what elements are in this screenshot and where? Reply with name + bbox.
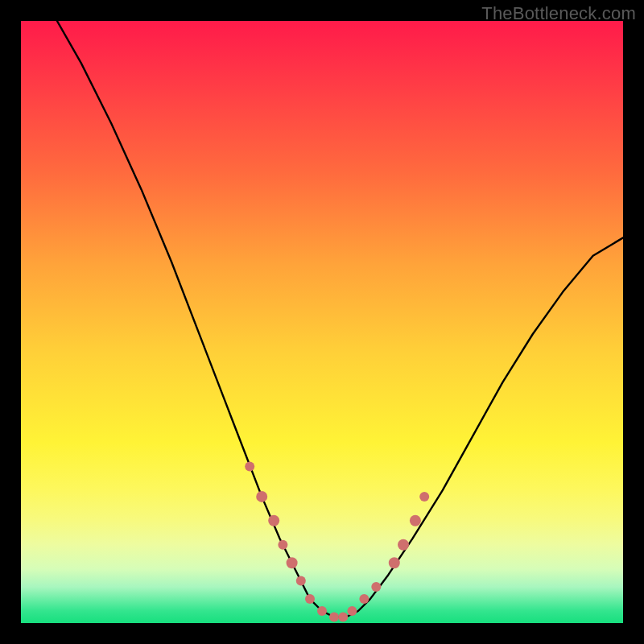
data-point-marker [287,557,298,568]
data-point-marker [245,462,254,472]
data-point-marker [398,539,409,551]
bottleneck-curve [21,21,623,623]
data-point-marker [410,515,421,526]
data-point-marker [317,606,327,616]
data-point-marker [359,594,369,604]
data-point-marker [371,582,381,592]
data-point-marker [338,613,348,622]
data-point-marker [419,492,429,502]
watermark-text: TheBottleneck.com [481,3,636,24]
data-point-marker [268,515,279,526]
data-point-marker [278,540,287,550]
data-point-marker [256,491,267,502]
data-point-marker [305,594,315,604]
data-point-marker [389,557,400,568]
data-point-marker [296,576,306,586]
data-point-marker [329,613,339,622]
chart-plot-area [21,21,623,623]
data-point-marker [347,606,357,616]
